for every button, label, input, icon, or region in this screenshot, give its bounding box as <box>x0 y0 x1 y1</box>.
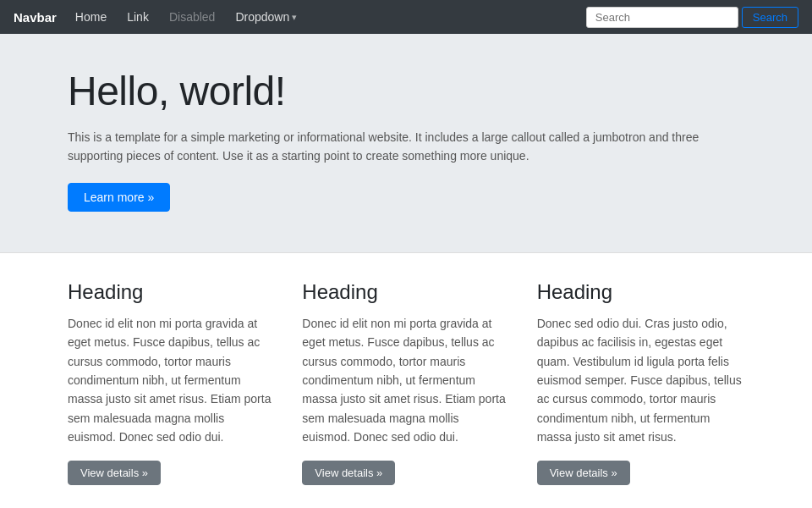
column-2-body: Donec id elit non mi porta gravida at eg… <box>302 314 509 447</box>
nav-link-disabled: Disabled <box>161 0 223 34</box>
column-3-heading: Heading <box>537 280 744 304</box>
main-content: Heading Donec id elit non mi porta gravi… <box>0 253 812 508</box>
column-1: Heading Donec id elit non mi porta gravi… <box>68 280 275 485</box>
column-3: Heading Donec sed odio dui. Cras justo o… <box>537 280 744 485</box>
nav-link-home[interactable]: Home <box>67 0 115 34</box>
search-input[interactable] <box>586 7 738 28</box>
nav-link-link[interactable]: Link <box>118 0 157 34</box>
learn-more-button[interactable]: Learn more » <box>68 183 170 212</box>
navbar: Navbar Home Link Disabled Dropdown Searc… <box>0 0 812 34</box>
search-button[interactable]: Search <box>742 7 798 28</box>
navbar-brand[interactable]: Navbar <box>14 10 57 25</box>
column-1-view-details-button[interactable]: View details » <box>68 461 161 485</box>
columns-container: Heading Donec id elit non mi porta gravi… <box>68 280 744 485</box>
navbar-search: Search <box>586 7 798 28</box>
nav-link-dropdown[interactable]: Dropdown <box>227 0 305 34</box>
column-3-view-details-button[interactable]: View details » <box>537 461 630 485</box>
jumbotron-description: This is a template for a simple marketin… <box>68 128 710 166</box>
column-2: Heading Donec id elit non mi porta gravi… <box>302 280 509 485</box>
column-2-view-details-button[interactable]: View details » <box>302 461 395 485</box>
jumbotron: Hello, world! This is a template for a s… <box>0 34 812 253</box>
column-2-heading: Heading <box>302 280 509 304</box>
column-1-heading: Heading <box>68 280 275 304</box>
column-3-body: Donec sed odio dui. Cras justo odio, dap… <box>537 314 744 447</box>
jumbotron-heading: Hello, world! <box>68 68 744 114</box>
column-1-body: Donec id elit non mi porta gravida at eg… <box>68 314 275 447</box>
